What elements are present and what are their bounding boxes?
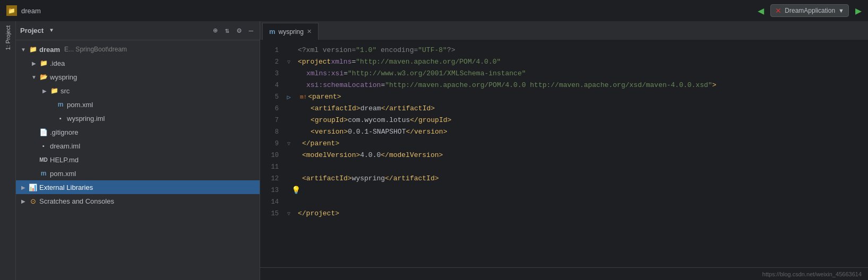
code-editor: 1 2 3 4 5 6 7 8 9 10 11 12 13 14 15 ▽ bbox=[260, 40, 868, 267]
tree-arrow: ▶ bbox=[41, 88, 48, 94]
code-line-2: <project xmlns="http://maven.apache.org/… bbox=[294, 56, 868, 68]
run-config-icon: ✕ bbox=[775, 6, 781, 15]
tree-item-scratches[interactable]: ▶ ⊙ Scratches and Consoles bbox=[16, 194, 260, 208]
tree-item-src[interactable]: ▶ 📁 src bbox=[16, 84, 260, 98]
fold-marker-9[interactable]: ▽ bbox=[284, 138, 294, 150]
tree-label: wyspring bbox=[50, 73, 77, 81]
tree-suffix: E... SpringBoot\dream bbox=[64, 46, 127, 53]
nav-back-button[interactable]: ◀ bbox=[758, 4, 764, 18]
tree-arrow: ▶ bbox=[20, 184, 27, 190]
code-content[interactable]: <?xml version="1.0" encoding="UTF-8"?> <… bbox=[294, 40, 868, 267]
nav-run-button[interactable]: ▶ bbox=[855, 4, 862, 18]
editor-tabs: m wyspring ✕ bbox=[260, 21, 868, 40]
fold-marker-12 bbox=[284, 173, 294, 185]
fold-marker-8 bbox=[284, 126, 294, 138]
code-line-6: <artifactId>dream</artifactId> bbox=[294, 103, 868, 115]
code-line-7: <groupId>com.wycom.lotus</groupId> bbox=[294, 115, 868, 126]
md-icon: MD bbox=[39, 155, 48, 164]
code-line-15: </project> bbox=[294, 208, 868, 220]
tree-arrow: ▼ bbox=[31, 74, 37, 80]
tree-arrow: ▼ bbox=[20, 46, 27, 52]
editor-area: m wyspring ✕ 1 2 3 4 5 6 7 8 9 10 11 12 … bbox=[260, 21, 868, 280]
gitignore-icon: 📄 bbox=[39, 128, 48, 136]
code-line-9: </parent> bbox=[294, 138, 868, 150]
tab-file-icon: m bbox=[269, 28, 276, 36]
tree-item-external-libs[interactable]: ▶ 📊 External Libraries bbox=[16, 180, 260, 194]
status-bar: https://blog.csdn.net/weixin_45663614 bbox=[260, 267, 868, 280]
tree-item-wyspring-iml[interactable]: ▶ ▪ wyspring.iml bbox=[16, 111, 260, 125]
tree-item-dream-iml[interactable]: ▶ ▪ dream.iml bbox=[16, 139, 260, 153]
run-config-dropdown-icon[interactable]: ▼ bbox=[838, 7, 844, 14]
folder-icon: 📁 bbox=[29, 45, 37, 54]
tree-label: HELP.md bbox=[50, 156, 79, 164]
tree-item-wyspring[interactable]: ▼ 📂 wyspring bbox=[16, 70, 260, 84]
tree-label: pom.xml bbox=[50, 170, 76, 178]
tree-item-dream-root[interactable]: ▼ 📁 dream E... SpringBoot\dream bbox=[16, 42, 260, 56]
code-line-1: <?xml version="1.0" encoding="UTF-8"?> bbox=[294, 45, 868, 56]
title-bar-left: 📁 dream bbox=[6, 5, 41, 16]
tree-arrow: ▶ bbox=[20, 198, 27, 204]
toolbar-scope-btn[interactable]: ⊕ bbox=[211, 25, 219, 36]
tree-label: pom.xml bbox=[67, 101, 93, 109]
project-panel: Project ▼ ⊕ ⇅ ⚙ — ▼ 📁 dream E... SpringB… bbox=[16, 21, 260, 280]
fold-marker-7 bbox=[284, 115, 294, 126]
tree-item-idea[interactable]: ▶ 📁 .idea bbox=[16, 56, 260, 70]
title-bar: 📁 dream ◀ ✕ DreamApplication ▼ ▶ bbox=[0, 0, 868, 21]
tree-label: Scratches and Consoles bbox=[39, 197, 114, 205]
title-bar-right: ◀ ✕ DreamApplication ▼ ▶ bbox=[758, 4, 862, 18]
fold-marker-4 bbox=[284, 80, 294, 91]
toolbar-collapse-btn[interactable]: — bbox=[247, 25, 255, 36]
tree-label: External Libraries bbox=[39, 183, 93, 191]
tree-item-pom-wyspring[interactable]: ▶ m pom.xml bbox=[16, 98, 260, 111]
fold-gutter: ▽ ▷ ▽ ▽ bbox=[284, 40, 294, 267]
run-config-label: DreamApplication bbox=[785, 7, 835, 14]
xml-icon: m bbox=[56, 100, 65, 109]
tree-item-pom-dream[interactable]: ▶ m pom.xml bbox=[16, 167, 260, 180]
project-dropdown-icon[interactable]: ▼ bbox=[50, 28, 53, 33]
code-line-13: 💡 bbox=[294, 185, 868, 196]
fold-marker-15[interactable]: ▽ bbox=[284, 208, 294, 220]
fold-marker-2[interactable]: ▽ bbox=[284, 56, 294, 68]
bulb-icon[interactable]: 💡 bbox=[294, 185, 300, 196]
folder-icon: 📁 bbox=[39, 59, 48, 67]
toolbar-sort-btn[interactable]: ⇅ bbox=[223, 25, 231, 36]
fold-marker-10 bbox=[284, 150, 294, 161]
fold-marker-6 bbox=[284, 103, 294, 115]
project-toolbar: Project ▼ ⊕ ⇅ ⚙ — bbox=[16, 21, 260, 40]
main-layout: 1: Project Project ▼ ⊕ ⇅ ⚙ — ▼ 📁 dream E… bbox=[0, 21, 868, 280]
project-icon: 📁 bbox=[6, 5, 17, 16]
tab-close-btn[interactable]: ✕ bbox=[307, 28, 312, 35]
line-numbers: 1 2 3 4 5 6 7 8 9 10 11 12 13 14 15 bbox=[260, 40, 284, 267]
fold-marker-11 bbox=[284, 161, 294, 173]
sidebar-label[interactable]: 1: Project bbox=[5, 25, 11, 50]
editor-tab-wyspring[interactable]: m wyspring ✕ bbox=[262, 23, 319, 40]
left-panel: 1: Project bbox=[0, 21, 16, 280]
ext-lib-icon: 📊 bbox=[29, 183, 37, 191]
fold-marker-3 bbox=[284, 68, 294, 80]
code-line-12: <artifactId>wyspring</artifactId> bbox=[294, 173, 868, 185]
code-line-14 bbox=[294, 196, 868, 208]
tree-arrow: ▶ bbox=[31, 60, 37, 66]
fold-marker-5[interactable]: ▷ bbox=[284, 91, 294, 103]
fold-marker-13 bbox=[284, 185, 294, 196]
run-config[interactable]: ✕ DreamApplication ▼ bbox=[770, 4, 849, 17]
tree-label: dream bbox=[39, 46, 60, 54]
code-line-4: xsi:schemaLocation="http://maven.apache.… bbox=[294, 80, 868, 91]
iml-icon: ▪ bbox=[39, 142, 48, 150]
tree-label: wyspring.iml bbox=[67, 115, 105, 122]
tree-label: src bbox=[61, 87, 70, 95]
toolbar-settings-btn[interactable]: ⚙ bbox=[235, 25, 243, 36]
project-panel-title: Project bbox=[20, 27, 44, 34]
code-line-3: xmlns:xsi="http://www.w3.org/2001/XMLSch… bbox=[294, 68, 868, 80]
project-title: dream bbox=[21, 7, 41, 15]
scratch-icon: ⊙ bbox=[29, 197, 37, 205]
folder-icon: 📂 bbox=[39, 73, 48, 81]
fold-marker-14 bbox=[284, 196, 294, 208]
code-line-5: m! <parent> bbox=[294, 91, 868, 103]
tree-item-gitignore[interactable]: ▶ 📄 .gitignore bbox=[16, 125, 260, 139]
tree-item-help-md[interactable]: ▶ MD HELP.md bbox=[16, 153, 260, 167]
code-line-10: <modelVersion>4.0.0</modelVersion> bbox=[294, 150, 868, 161]
code-line-8: <version>0.0.1-SNAPSHOT</version> bbox=[294, 126, 868, 138]
tree-label: .idea bbox=[50, 59, 65, 67]
fold-marker-1 bbox=[284, 45, 294, 56]
